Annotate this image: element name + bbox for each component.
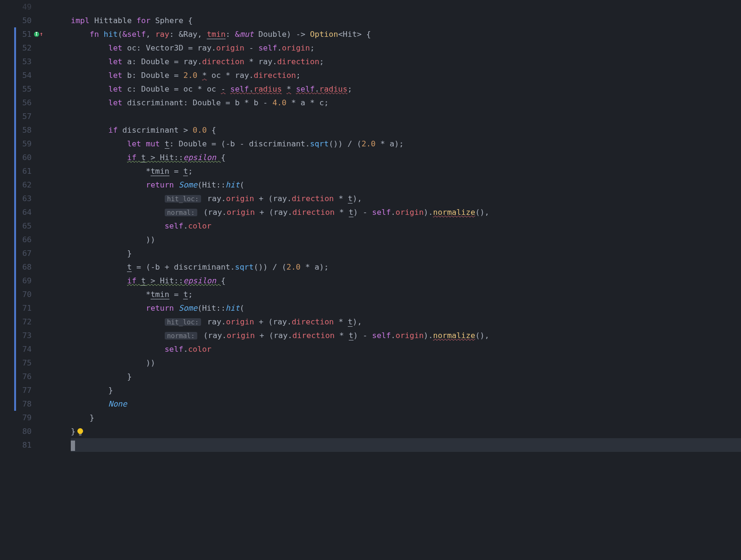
line-number[interactable]: 53 (0, 55, 45, 68)
line-number[interactable]: 64 (0, 205, 45, 219)
intention-bulb-icon[interactable] (76, 428, 84, 436)
vcs-change-marker[interactable] (14, 315, 16, 329)
line-number[interactable]: 67 (0, 246, 45, 260)
code-line[interactable]: if t > Hit::epsilon { (71, 151, 741, 164)
code-line[interactable] (71, 0, 741, 14)
vcs-change-marker[interactable] (14, 68, 16, 82)
vcs-change-marker[interactable] (14, 192, 16, 205)
implemented-trait-icon[interactable]: I (34, 32, 39, 37)
navigate-up-icon[interactable]: ↑ (40, 27, 43, 41)
line-number[interactable]: 56 (0, 96, 45, 110)
line-number[interactable]: 69 (0, 274, 45, 288)
line-number[interactable]: 49 (0, 0, 45, 14)
vcs-change-marker[interactable] (14, 397, 16, 411)
line-number[interactable]: 79 (0, 411, 45, 424)
vcs-change-marker[interactable] (14, 205, 16, 219)
line-number-gutter[interactable]: 495051I↑52535455565758596061626364656667… (0, 0, 45, 560)
vcs-change-marker[interactable] (14, 288, 16, 301)
vcs-change-marker[interactable] (14, 55, 16, 68)
line-number[interactable]: 58 (0, 123, 45, 137)
vcs-change-marker[interactable] (14, 110, 16, 123)
code-line[interactable]: normal: (ray.origin + (ray.direction * t… (71, 205, 741, 219)
code-line[interactable]: } (71, 424, 741, 438)
line-number[interactable]: 76 (0, 370, 45, 383)
code-line[interactable]: normal: (ray.origin + (ray.direction * t… (71, 329, 741, 342)
line-number[interactable]: 72 (0, 315, 45, 329)
code-line[interactable]: )) (71, 356, 741, 370)
line-number[interactable]: 78 (0, 397, 45, 411)
code-line[interactable]: fn hit(&self, ray: &Ray, tmin: &mut Doub… (71, 27, 741, 41)
code-line[interactable]: let oc: Vector3D = ray.origin - self.ori… (71, 41, 741, 55)
line-number[interactable]: 68 (0, 260, 45, 274)
code-line[interactable]: self.color (71, 342, 741, 356)
line-number[interactable]: 51I↑ (0, 27, 45, 41)
code-line[interactable]: let discriminant: Double = b * b - 4.0 *… (71, 96, 741, 110)
vcs-change-marker[interactable] (14, 370, 16, 383)
line-number[interactable]: 77 (0, 383, 45, 397)
code-line[interactable]: *tmin = t; (71, 164, 741, 178)
line-number[interactable]: 66 (0, 233, 45, 246)
line-number[interactable]: 74 (0, 342, 45, 356)
code-line[interactable]: self.color (71, 219, 741, 233)
line-number[interactable]: 52 (0, 41, 45, 55)
line-number[interactable]: 60 (0, 151, 45, 164)
vcs-change-marker[interactable] (14, 96, 16, 110)
line-number[interactable]: 81 (0, 438, 45, 452)
code-line[interactable]: impl Hittable for Sphere { (71, 14, 741, 27)
line-number[interactable]: 71 (0, 301, 45, 315)
code-line[interactable]: return Some(Hit::hit( (71, 178, 741, 192)
line-number[interactable]: 54 (0, 68, 45, 82)
vcs-change-marker[interactable] (14, 164, 16, 178)
code-line[interactable]: if discriminant > 0.0 { (71, 123, 741, 137)
line-number[interactable]: 59 (0, 137, 45, 151)
line-number[interactable]: 80 (0, 424, 45, 438)
code-line[interactable]: let a: Double = ray.direction * ray.dire… (71, 55, 741, 68)
vcs-change-marker[interactable] (14, 233, 16, 246)
code-line[interactable]: None (71, 397, 741, 411)
code-line[interactable]: let mut t: Double = (-b - discriminant.s… (71, 137, 741, 151)
code-line[interactable]: hit_loc: ray.origin + (ray.direction * t… (71, 192, 741, 205)
code-line[interactable] (71, 110, 741, 123)
code-line[interactable] (71, 438, 741, 452)
code-line[interactable]: } (71, 370, 741, 383)
vcs-change-marker[interactable] (14, 151, 16, 164)
code-line[interactable]: t = (-b + discriminant.sqrt()) / (2.0 * … (71, 260, 741, 274)
line-number[interactable]: 55 (0, 82, 45, 96)
line-number[interactable]: 70 (0, 288, 45, 301)
code-line[interactable]: hit_loc: ray.origin + (ray.direction * t… (71, 315, 741, 329)
vcs-change-marker[interactable] (14, 123, 16, 137)
code-line[interactable]: } (71, 246, 741, 260)
code-line[interactable]: )) (71, 233, 741, 246)
code-line[interactable]: if t > Hit::epsilon { (71, 274, 741, 288)
line-number[interactable]: 61 (0, 164, 45, 178)
vcs-change-marker[interactable] (14, 260, 16, 274)
code-line[interactable]: return Some(Hit::hit( (71, 301, 741, 315)
code-line[interactable]: *tmin = t; (71, 288, 741, 301)
vcs-change-marker[interactable] (14, 274, 16, 288)
line-number[interactable]: 75 (0, 356, 45, 370)
vcs-change-marker[interactable] (14, 27, 16, 41)
code-area[interactable]: impl Hittable for Sphere { fn hit(&self,… (45, 0, 741, 560)
line-number[interactable]: 65 (0, 219, 45, 233)
vcs-change-marker[interactable] (14, 219, 16, 233)
vcs-change-marker[interactable] (14, 246, 16, 260)
line-number[interactable]: 57 (0, 110, 45, 123)
code-editor[interactable]: 495051I↑52535455565758596061626364656667… (0, 0, 741, 560)
code-line[interactable]: let b: Double = 2.0 * oc * ray.direction… (71, 68, 741, 82)
code-line[interactable]: } (71, 411, 741, 424)
vcs-change-marker[interactable] (14, 178, 16, 192)
vcs-change-marker[interactable] (14, 342, 16, 356)
vcs-change-marker[interactable] (14, 356, 16, 370)
code-line[interactable]: } (71, 383, 741, 397)
vcs-change-marker[interactable] (14, 137, 16, 151)
vcs-change-marker[interactable] (14, 82, 16, 96)
line-number[interactable]: 50 (0, 14, 45, 27)
line-number[interactable]: 62 (0, 178, 45, 192)
line-number[interactable]: 73 (0, 329, 45, 342)
vcs-change-marker[interactable] (14, 301, 16, 315)
vcs-change-marker[interactable] (14, 329, 16, 342)
vcs-change-marker[interactable] (14, 383, 16, 397)
line-number[interactable]: 63 (0, 192, 45, 205)
code-line[interactable]: let c: Double = oc * oc - self.radius * … (71, 82, 741, 96)
vcs-change-marker[interactable] (14, 41, 16, 55)
